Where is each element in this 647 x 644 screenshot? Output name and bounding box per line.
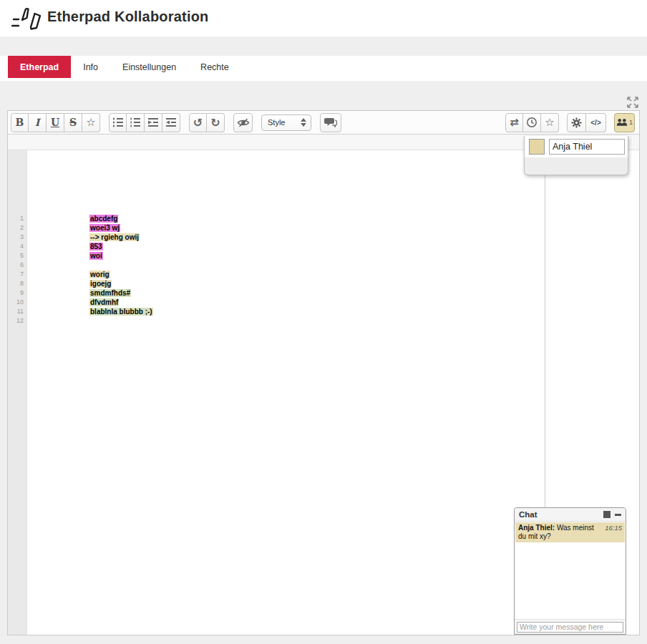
tabbar: Etherpad Info Einstellungen Rechte (0, 56, 647, 81)
outdent-icon[interactable] (162, 113, 180, 132)
user-row (525, 136, 628, 157)
username-input[interactable] (549, 139, 625, 155)
editor-line[interactable]: 6 (8, 260, 639, 270)
show-users-button[interactable]: 1 (614, 113, 635, 132)
editor-line[interactable]: 11blablnla blubbb ;-) (8, 307, 639, 316)
style-select-value: Style (268, 118, 285, 127)
fullscreen-expand-icon[interactable] (626, 95, 640, 109)
style-select[interactable]: Style (261, 114, 311, 131)
line-text[interactable]: woi (89, 251, 103, 260)
line-text[interactable]: --> rgiehg owij (89, 233, 140, 242)
line-number: 1 (8, 214, 27, 223)
tab-einstellungen[interactable]: Einstellungen (110, 56, 188, 78)
comment-bubble-icon[interactable] (320, 113, 341, 132)
editor-line[interactable]: 12 (8, 316, 639, 326)
etherpad-pen-icon (11, 5, 42, 34)
editor-lines[interactable]: 1abcdefg2woei3 wj3--> rgiehg owij48535wo… (8, 150, 639, 326)
etherpad-editor: B I U S ☆ ↺ (7, 110, 640, 635)
editor-line[interactable]: 7worig (8, 270, 639, 279)
tab-info[interactable]: Info (71, 56, 110, 78)
indent-icon[interactable] (145, 113, 162, 132)
line-text[interactable]: igoejg (89, 279, 112, 288)
line-number: 2 (8, 223, 27, 233)
select-arrows-icon (301, 118, 306, 127)
line-number: 4 (8, 242, 27, 251)
users-icon (616, 118, 628, 127)
editor-line[interactable]: 5woi (8, 251, 639, 260)
line-text[interactable]: blablnla blubbb ;-) (89, 307, 153, 316)
editor-line[interactable]: 2woei3 wj (8, 223, 639, 233)
italic-button[interactable]: I (29, 113, 47, 132)
chat-message-time: 16:15 (605, 524, 622, 532)
chat-message-author: Anja Thiel: (518, 524, 555, 532)
timeslider-clock-icon[interactable] (523, 113, 541, 132)
line-number: 5 (8, 251, 27, 260)
saved-revision-star-icon[interactable]: ☆ (541, 113, 559, 132)
page-header: Etherpad Kollaboration (0, 0, 647, 36)
editor-line[interactable]: 10dfvdmhf (8, 298, 639, 307)
strikethrough-button[interactable]: S (64, 113, 82, 132)
clear-authorship-star-icon[interactable]: ☆ (82, 113, 100, 132)
users-count: 1 (629, 119, 633, 126)
hide-authorship-eye-icon[interactable] (233, 113, 253, 132)
redo-icon[interactable]: ↻ (207, 113, 225, 132)
line-text[interactable]: 853 (89, 242, 103, 251)
tab-rechte[interactable]: Rechte (188, 56, 241, 78)
chat-header: Chat (515, 508, 626, 522)
line-number: 7 (8, 270, 27, 279)
ordered-list-icon[interactable] (109, 113, 127, 132)
editor-line[interactable]: 4853 (8, 242, 639, 251)
settings-gear-icon[interactable] (567, 113, 586, 132)
editor-toolbar: B I U S ☆ ↺ (8, 111, 639, 135)
editor-line[interactable]: 1abcdefg (8, 214, 639, 223)
chat-panel: Chat 16:15 Anja Thiel: Was meinst du mit… (514, 507, 626, 635)
tab-etherpad[interactable]: Etherpad (8, 56, 71, 78)
embed-code-icon[interactable]: </> (586, 113, 606, 132)
editor-line[interactable]: 8igoejg (8, 279, 639, 288)
underline-button[interactable]: U (47, 113, 64, 132)
editor-line[interactable]: 3--> rgiehg owij (8, 233, 639, 242)
chat-minimize-icon[interactable] (615, 514, 621, 516)
import-export-icon[interactable]: ⇄ (505, 113, 523, 132)
chat-input[interactable] (517, 622, 623, 633)
page-title: Etherpad Kollaboration (47, 9, 209, 25)
users-dropdown (524, 136, 628, 175)
chat-messages: 16:15 Anja Thiel: Was meinst du mit xy? (515, 522, 626, 619)
line-number: 12 (8, 316, 27, 326)
line-number: 6 (8, 260, 27, 270)
line-text[interactable]: dfvdmhf (89, 298, 119, 307)
line-text[interactable]: woei3 wj (89, 223, 120, 233)
line-text[interactable]: abcdefg (89, 214, 118, 223)
editor-line[interactable]: 9smdmfhds# (8, 288, 639, 298)
line-number: 10 (8, 298, 27, 307)
line-number: 9 (8, 288, 27, 298)
line-number: 3 (8, 233, 27, 242)
chat-popout-icon[interactable] (603, 511, 610, 518)
line-number: 11 (8, 307, 27, 316)
chat-message: 16:15 Anja Thiel: Was meinst du mit xy? (515, 522, 625, 542)
line-text[interactable]: smdmfhds# (89, 288, 131, 298)
chat-input-row (515, 619, 626, 634)
bold-button[interactable]: B (11, 113, 29, 132)
chat-title: Chat (519, 510, 603, 519)
line-number: 8 (8, 279, 27, 288)
line-text[interactable]: worig (89, 270, 110, 279)
undo-icon[interactable]: ↺ (189, 113, 207, 132)
author-color-swatch[interactable] (529, 139, 545, 155)
unordered-list-icon[interactable] (127, 113, 145, 132)
